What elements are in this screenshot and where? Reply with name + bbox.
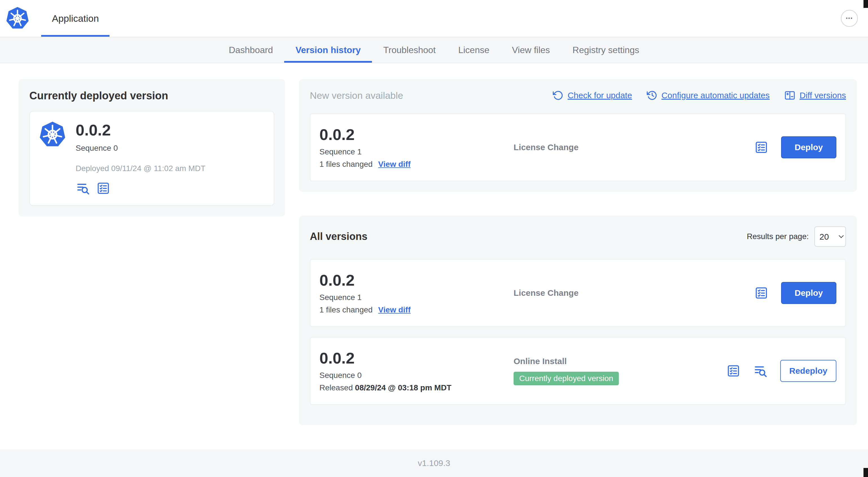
preflight-checks-button[interactable] <box>754 140 769 155</box>
logs-search-icon <box>76 181 90 195</box>
release-version: 0.0.2 <box>319 271 514 289</box>
diff-table-icon <box>784 90 796 101</box>
more-options-button[interactable]: ••• <box>841 10 858 27</box>
checklist-icon <box>754 286 768 300</box>
app-footer: v1.109.3 <box>0 449 868 477</box>
app-subnav: Dashboard Version history Troubleshoot L… <box>0 37 868 63</box>
view-diff-link[interactable]: View diff <box>378 160 410 169</box>
release-notes-title: License Change <box>514 143 747 152</box>
tab-application[interactable]: Application <box>41 0 110 37</box>
app-root: Application ••• Dashboard Version histor… <box>0 0 868 477</box>
preflight-checks-button[interactable] <box>726 363 741 378</box>
release-sequence: Sequence 0 <box>319 371 514 380</box>
all-versions-title: All versions <box>310 231 367 242</box>
deployed-sequence: Sequence 0 <box>75 144 206 153</box>
preflight-checks-button[interactable] <box>754 286 769 300</box>
logs-search-icon <box>754 364 767 378</box>
new-version-title: New version available <box>310 90 403 101</box>
rotate-ccw-icon <box>553 90 563 101</box>
files-changed-count: 1 files changed <box>319 305 372 315</box>
ellipsis-icon: ••• <box>846 16 853 21</box>
files-changed-count: 1 files changed <box>319 160 372 169</box>
tab-application-label: Application <box>52 13 99 24</box>
configure-automatic-updates-link[interactable]: Configure automatic updates <box>647 90 770 101</box>
deployed-version-number: 0.0.2 <box>75 121 206 139</box>
released-timestamp: 08/29/24 @ 03:18 pm MDT <box>355 383 452 392</box>
version-row: 0.0.2 Sequence 0 Released 08/29/24 @ 03:… <box>310 337 846 405</box>
deployed-version-box: 0.0.2 Sequence 0 Deployed 09/11/24 @ 11:… <box>29 111 274 206</box>
checklist-icon <box>726 364 740 378</box>
release-sequence: Sequence 1 <box>319 293 514 302</box>
release-notes-title: Online Install <box>514 356 719 366</box>
view-diff-link[interactable]: View diff <box>378 305 410 315</box>
view-logs-button[interactable] <box>753 363 768 378</box>
currently-deployed-badge: Currently deployed version <box>514 372 619 385</box>
version-row: 0.0.2 Sequence 1 1 files changed View di… <box>310 259 846 327</box>
deploy-button[interactable]: Deploy <box>781 136 836 158</box>
deployed-timestamp: Deployed 09/11/24 @ 11:02 am MDT <box>75 164 206 173</box>
view-logs-button[interactable] <box>75 181 90 196</box>
clock-history-icon <box>647 90 657 101</box>
kubernetes-app-icon <box>39 121 66 196</box>
tab-dashboard[interactable]: Dashboard <box>218 37 284 63</box>
currently-deployed-card: Currently deployed version <box>19 79 285 216</box>
tab-troubleshoot[interactable]: Troubleshoot <box>372 37 447 63</box>
all-versions-card: All versions Results per page: 20 0.0.2 … <box>299 216 857 425</box>
new-version-card: New version available Check for update <box>299 79 857 192</box>
results-per-page-label: Results per page: <box>747 232 809 241</box>
checklist-icon <box>96 181 110 195</box>
tab-version-history[interactable]: Version history <box>284 37 372 63</box>
version-history-page: Currently deployed version <box>0 63 868 449</box>
tab-license[interactable]: License <box>447 37 501 63</box>
checklist-icon <box>754 141 768 154</box>
kubernetes-logo <box>6 0 29 37</box>
kots-version-label: v1.109.3 <box>417 458 450 468</box>
preflight-checks-button[interactable] <box>96 181 111 196</box>
release-notes-title: License Change <box>514 288 747 298</box>
screen-edge-artifact-top <box>864 0 868 8</box>
release-version: 0.0.2 <box>319 350 514 367</box>
check-for-update-link[interactable]: Check for update <box>553 90 632 101</box>
released-label: Released <box>319 383 353 392</box>
right-column: New version available Check for update <box>299 79 857 425</box>
release-version: 0.0.2 <box>319 126 514 143</box>
redeploy-button[interactable]: Redeploy <box>780 360 836 382</box>
tab-view-files[interactable]: View files <box>501 37 561 63</box>
active-tab-underline <box>41 35 110 37</box>
new-version-release-row: 0.0.2 Sequence 1 1 files changed View di… <box>310 114 846 181</box>
tab-registry-settings[interactable]: Registry settings <box>561 37 651 63</box>
app-header: Application ••• <box>0 0 868 37</box>
diff-versions-link[interactable]: Diff versions <box>784 90 846 101</box>
results-per-page-select[interactable]: 20 <box>814 226 846 247</box>
deploy-button[interactable]: Deploy <box>781 282 836 304</box>
release-sequence: Sequence 1 <box>319 147 514 156</box>
screen-edge-artifact-bottom <box>864 468 868 477</box>
currently-deployed-title: Currently deployed version <box>29 90 274 102</box>
